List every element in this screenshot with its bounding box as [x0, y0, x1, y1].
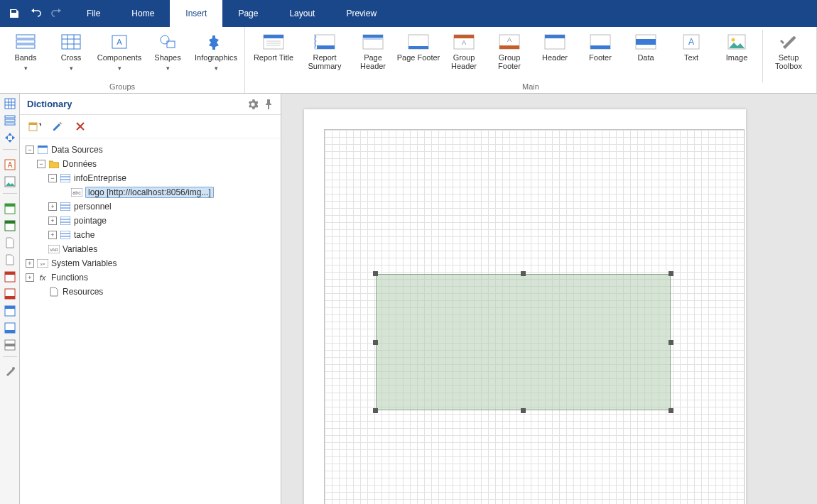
report-page[interactable] — [304, 109, 746, 504]
shapes-button[interactable]: Shapes ▾ — [145, 30, 190, 82]
text-button[interactable]: A Text — [669, 30, 714, 82]
bands-button[interactable]: Bands ▾ — [3, 30, 48, 82]
rail-doc1-icon[interactable] — [3, 236, 17, 250]
resize-handle-n[interactable] — [521, 271, 526, 276]
svg-rect-1 — [16, 40, 35, 43]
svg-text:A: A — [462, 39, 466, 46]
undo-button[interactable] — [26, 0, 45, 27]
resize-handle-ne[interactable] — [669, 271, 673, 276]
expand-icon[interactable]: + — [48, 217, 57, 225]
rail-footer-blue-icon[interactable] — [3, 321, 17, 335]
group-header-button[interactable]: A Group Header — [441, 30, 487, 82]
selected-image-component[interactable] — [376, 274, 671, 410]
components-button[interactable]: A Components ▾ — [94, 30, 145, 82]
expand-icon[interactable]: + — [48, 202, 57, 211]
expand-icon[interactable]: + — [48, 231, 57, 239]
tab-insert[interactable]: Insert — [170, 0, 222, 27]
tree-node-donnees[interactable]: − Données — [23, 157, 278, 171]
tree-node-personnel[interactable]: + personnel — [23, 199, 278, 214]
setup-toolbox-button[interactable]: Setup Toolbox — [766, 30, 811, 82]
tree-node-pointage[interactable]: + pointage — [23, 214, 278, 228]
footer-button[interactable]: Footer — [578, 30, 623, 82]
expand-icon[interactable]: + — [26, 273, 34, 282]
page-grid[interactable] — [324, 129, 745, 504]
svg-rect-45 — [5, 119, 15, 121]
tree-node-resources[interactable]: Resources — [23, 285, 278, 299]
tree-node-info-entreprise[interactable]: − infoEntreprise — [23, 171, 278, 185]
svg-text:A: A — [7, 161, 12, 169]
rail-tools-icon[interactable] — [3, 365, 17, 379]
rail-header-blue-icon[interactable] — [3, 304, 17, 318]
tree-node-functions[interactable]: + fx Functions — [23, 270, 278, 285]
data-button[interactable]: Data — [623, 30, 669, 82]
page-footer-label: Page Footer — [397, 53, 440, 62]
resize-handle-w[interactable] — [373, 340, 378, 345]
group-footer-button[interactable]: A Group Footer — [487, 30, 532, 82]
ribbon-group-label-groups: Groups — [0, 82, 244, 93]
field-string-icon: abc — [71, 187, 82, 197]
svg-rect-78 — [60, 217, 70, 225]
rail-title-green-icon[interactable] — [3, 202, 17, 216]
tab-layout[interactable]: Layout — [274, 0, 330, 27]
resize-handle-nw[interactable] — [373, 271, 378, 276]
svg-text:fx: fx — [40, 273, 46, 282]
gear-icon[interactable] — [245, 97, 261, 112]
header-button[interactable]: Header — [532, 30, 578, 82]
rail-doc2-icon[interactable] — [3, 253, 17, 267]
tree-node-tache[interactable]: + tache — [23, 228, 278, 242]
collapse-icon[interactable]: − — [26, 146, 34, 154]
collapse-icon[interactable]: − — [37, 160, 45, 168]
page-header-button[interactable]: Page Header — [350, 30, 396, 82]
svg-rect-46 — [5, 123, 15, 125]
svg-rect-13 — [264, 35, 283, 38]
rail-bands-icon[interactable] — [3, 114, 17, 128]
infographics-button[interactable]: Infographics ▾ — [190, 30, 242, 82]
tree-node-system-variables[interactable]: + x= System Variables — [23, 256, 278, 270]
svg-rect-51 — [5, 204, 15, 207]
page-header-icon — [362, 33, 384, 51]
tab-preview[interactable]: Preview — [330, 0, 392, 27]
resize-handle-sw[interactable] — [373, 408, 378, 413]
svg-rect-55 — [5, 272, 15, 275]
rail-text-icon[interactable]: A — [3, 158, 17, 172]
rail-footer-red-icon[interactable] — [3, 287, 17, 301]
page-header-label: Page Header — [350, 53, 396, 70]
rail-header-red-icon[interactable] — [3, 270, 17, 284]
collapse-icon[interactable]: − — [48, 174, 57, 182]
svg-point-10 — [161, 35, 169, 44]
tree-node-data-sources[interactable]: − Data Sources — [23, 143, 278, 157]
rail-expand-icon[interactable] — [3, 131, 17, 145]
tree-node-variables[interactable]: VAR Variables — [23, 242, 278, 256]
tab-home[interactable]: Home — [116, 0, 170, 27]
resize-handle-e[interactable] — [669, 340, 673, 345]
rail-title-darkgreen-icon[interactable] — [3, 219, 17, 233]
svg-rect-34 — [636, 39, 656, 45]
svg-rect-18 — [317, 45, 335, 49]
image-button[interactable]: Image — [714, 30, 759, 82]
text-label: Text — [684, 53, 698, 62]
panel-title: Dictionary — [27, 99, 245, 109]
resize-handle-s[interactable] — [521, 408, 526, 413]
expand-icon[interactable]: + — [26, 259, 34, 268]
design-canvas[interactable] — [281, 94, 817, 504]
edit-button[interactable] — [50, 119, 65, 133]
rail-middle-icon[interactable] — [3, 338, 17, 352]
rail-grid-icon[interactable] — [3, 97, 17, 111]
redo-button[interactable] — [47, 0, 67, 27]
page-footer-button[interactable]: Page Footer — [396, 30, 441, 82]
tab-file[interactable]: File — [71, 0, 116, 27]
save-button[interactable] — [4, 0, 24, 27]
svg-rect-3 — [62, 35, 80, 49]
tree-node-logo[interactable]: abc logo [http://localhost:8056/img...] — [23, 185, 278, 199]
report-title-button[interactable]: Report Title — [248, 30, 299, 82]
tab-page[interactable]: Page — [222, 0, 274, 27]
cross-button[interactable]: Cross ▾ — [48, 30, 94, 82]
resize-handle-se[interactable] — [669, 408, 673, 413]
delete-button[interactable] — [72, 119, 88, 133]
report-summary-button[interactable]: Report Summary — [299, 30, 350, 82]
new-item-button[interactable]: ▾ — [27, 119, 43, 133]
pin-icon[interactable] — [261, 97, 276, 112]
svg-text:VAR: VAR — [50, 248, 59, 252]
rail-image-icon[interactable] — [3, 175, 17, 189]
panel-header: Dictionary — [20, 94, 281, 115]
